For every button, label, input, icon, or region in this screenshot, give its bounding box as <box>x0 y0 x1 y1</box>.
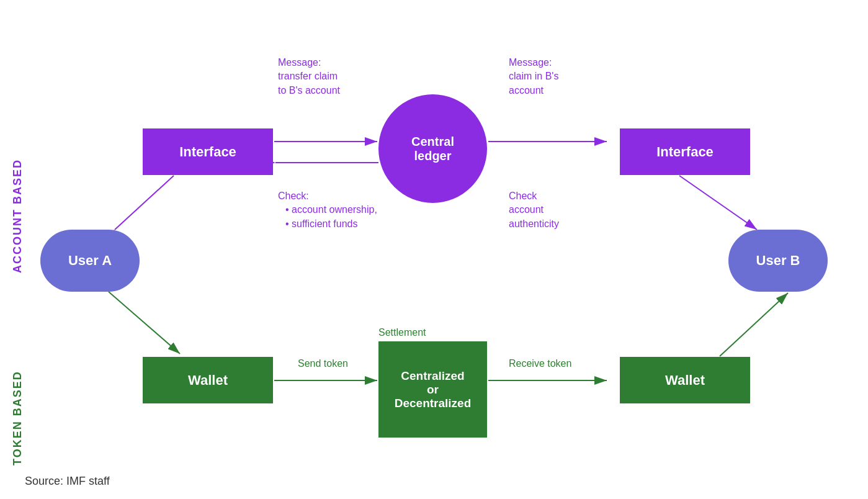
diagram-container: ACCOUNT BASED TOKEN BASED <box>0 0 868 499</box>
annotation-msg-left: Message: transfer claim to B's account <box>278 56 340 97</box>
annotation-check-left: Check: • account ownership, • sufficient… <box>278 189 377 231</box>
annotation-msg-right: Message: claim in B's account <box>509 56 558 97</box>
annotation-receive-token: Receive token <box>509 357 571 371</box>
annotation-check-right: Check account authenticity <box>509 189 559 231</box>
token-based-label: TOKEN BASED <box>11 292 24 465</box>
svg-line-8 <box>679 176 757 230</box>
user-a-node: User A <box>40 230 140 292</box>
svg-line-7 <box>115 176 174 230</box>
wallet-right-box: Wallet <box>620 357 750 403</box>
annotation-send-token: Send token <box>298 357 348 371</box>
settlement-title: Settlement <box>378 326 426 339</box>
central-ledger-node: Centralledger <box>378 94 487 203</box>
user-b-node: User B <box>728 230 828 292</box>
account-based-label: ACCOUNT BASED <box>11 50 24 273</box>
svg-line-9 <box>109 292 180 354</box>
svg-line-12 <box>720 293 788 356</box>
wallet-left-box: Wallet <box>143 357 273 403</box>
interface-right-box: Interface <box>620 128 750 175</box>
settlement-box: CentralizedorDecentralized <box>378 341 487 438</box>
interface-left-box: Interface <box>143 128 273 175</box>
source-label: Source: IMF staff <box>25 475 110 488</box>
